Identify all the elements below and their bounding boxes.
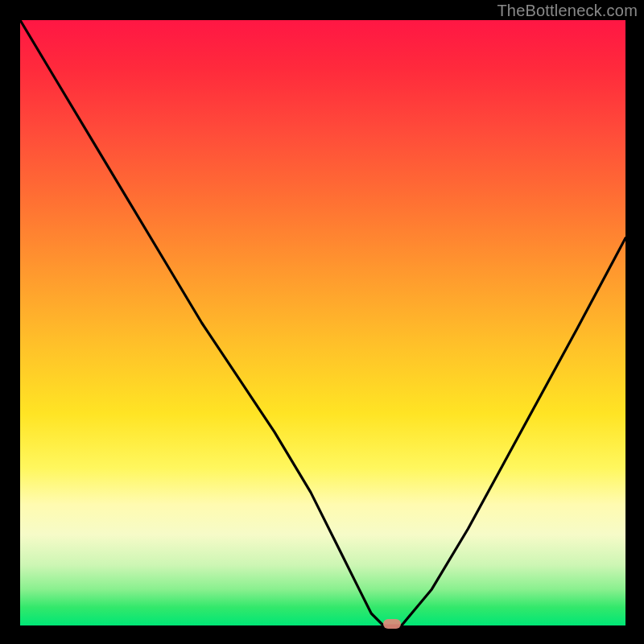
optimum-marker [383,619,401,629]
plot-area [20,20,625,625]
bottleneck-curve [20,20,625,625]
chart-frame: TheBottleneck.com [0,0,644,644]
watermark-text: TheBottleneck.com [497,2,638,20]
